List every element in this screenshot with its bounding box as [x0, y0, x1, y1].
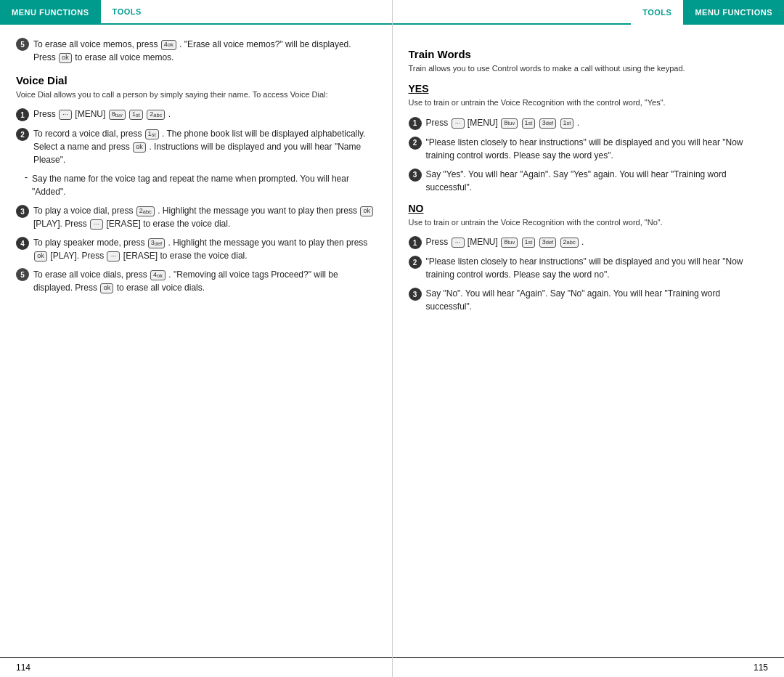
right-header: TOOLS MENU FUNCTIONS: [393, 0, 785, 25]
key-ok-5: ok: [100, 283, 113, 293]
no-item-num-1: 1: [409, 236, 422, 249]
voice-dial-description: Voice Dial allows you to call a person b…: [16, 89, 376, 100]
intro-item-5-text: To erase all voice memos, press 4ok . "E…: [33, 38, 376, 64]
train-words-heading: Train Words: [409, 48, 769, 60]
yes-description: Use to train or untrain the Voice Recogn…: [409, 97, 769, 108]
intro-item-5: 5 To erase all voice memos, press 4ok . …: [16, 38, 376, 64]
yes-item-3-text: Say "Yes". You will hear "Again". Say "Y…: [426, 168, 769, 194]
yes-item-num-1: 1: [409, 117, 422, 130]
item-num-1: 1: [16, 108, 29, 121]
no-heading: NO: [409, 203, 769, 214]
yes-key-8tuv: 8tuv: [501, 118, 518, 129]
yes-item-2-text: "Please listen closely to hear instructi…: [426, 136, 769, 162]
voice-dial-heading: Voice Dial: [16, 74, 376, 86]
key-ok-4: ok: [34, 251, 47, 262]
voice-dial-item-5: 5 To erase all voice dials, press 4ok . …: [16, 268, 376, 294]
voice-dial-item-1: 1 Press ··· [MENU] 8tuv 1st 2abc .: [16, 108, 376, 121]
yes-section: YES Use to train or untrain the Voice Re…: [409, 83, 769, 193]
key-3def: 3def: [148, 238, 165, 248]
no-key-3def: 3def: [539, 238, 556, 248]
dash-icon: -: [25, 172, 28, 182]
key-2abc: 2abc: [147, 110, 165, 120]
left-page: MENU FUNCTIONS TOOLS 5 To erase all voic…: [0, 0, 393, 677]
no-key-8tuv: 8tuv: [501, 238, 518, 248]
voice-dial-item-1-text: Press ··· [MENU] 8tuv 1st 2abc .: [33, 108, 171, 121]
page-container: MENU FUNCTIONS TOOLS 5 To erase all voic…: [0, 0, 784, 677]
right-page: TOOLS MENU FUNCTIONS Train Words Train a…: [393, 0, 785, 677]
left-footer: 114: [0, 657, 392, 677]
yes-item-1: 1 Press ··· [MENU] 8tuv 1st 3def 1st .: [409, 116, 769, 130]
key-8tuv: 8tuv: [109, 110, 126, 120]
right-header-menu-functions: MENU FUNCTIONS: [683, 0, 784, 25]
item-num-2: 2: [16, 128, 29, 141]
yes-item-num-2: 2: [409, 137, 422, 150]
voice-dial-section: Voice Dial Voice Dial allows you to call…: [16, 74, 376, 294]
no-key-menu: ···: [452, 238, 465, 248]
left-header-menu-functions: MENU FUNCTIONS: [0, 0, 101, 25]
item-num-5: 5: [16, 38, 29, 51]
no-item-num-2: 2: [409, 256, 422, 269]
voice-dial-item-5-text: To erase all voice dials, press 4ok . "R…: [33, 268, 376, 294]
no-item-1: 1 Press ··· [MENU] 8tuv 1st 3def 2abc .: [409, 235, 769, 249]
right-footer: 115: [393, 657, 785, 677]
item-num-3: 3: [16, 205, 29, 218]
item-num-5b: 5: [16, 268, 29, 281]
yes-item-num-3: 3: [409, 169, 422, 182]
no-item-3-text: Say "No". You will hear "Again". Say "No…: [426, 287, 769, 313]
left-header-tools: TOOLS: [101, 0, 392, 25]
key-4ok: 4ok: [161, 40, 176, 50]
key-4ok-5: 4ok: [150, 270, 166, 280]
no-item-3: 3 Say "No". You will hear "Again". Say "…: [409, 287, 769, 313]
yes-item-2: 2 "Please listen closely to hear instruc…: [409, 136, 769, 162]
yes-heading: YES: [409, 83, 769, 94]
no-section: NO Use to train or untrain the Voice Rec…: [409, 203, 769, 313]
yes-key-1st-b: 1st: [560, 118, 574, 129]
no-key-2abc: 2abc: [560, 238, 579, 248]
no-item-1-text: Press ··· [MENU] 8tuv 1st 3def 2abc .: [426, 235, 584, 248]
no-item-2-text: "Please listen closely to hear instructi…: [426, 255, 769, 281]
left-page-number: 114: [16, 662, 30, 673]
right-page-content: Train Words Train allows you to use Cont…: [393, 25, 785, 657]
train-words-description: Train allows you to use Control words to…: [409, 63, 769, 74]
voice-dial-item-2: 2 To record a voice dial, press 1st . Th…: [16, 127, 376, 166]
right-header-spacer: [393, 0, 632, 25]
yes-key-3def: 3def: [539, 118, 556, 129]
voice-dial-bullet-text: Say the name for the voice tag and repea…: [32, 172, 376, 198]
no-key-1st-a: 1st: [522, 238, 536, 248]
key-ok-2: ok: [133, 142, 146, 153]
voice-dial-item-3-text: To play a voice dial, press 2abc . Highl…: [33, 204, 376, 230]
yes-key-menu: ···: [452, 118, 465, 129]
key-1st-b: 1st: [145, 129, 159, 139]
key-2abc-3: 2abc: [136, 206, 155, 216]
key-menu-dot: ···: [59, 110, 72, 120]
no-item-num-3: 3: [409, 288, 422, 301]
right-page-number: 115: [754, 662, 768, 673]
voice-dial-item-3: 3 To play a voice dial, press 2abc . Hig…: [16, 204, 376, 230]
right-header-tools: TOOLS: [631, 0, 683, 25]
no-description: Use to train or untrain the Voice Recogn…: [409, 217, 769, 228]
voice-dial-bullet: - Say the name for the voice tag and rep…: [16, 172, 376, 198]
key-erase-4: ···: [107, 251, 120, 262]
voice-dial-item-2-text: To record a voice dial, press 1st . The …: [33, 127, 376, 166]
key-erase-3: ···: [90, 219, 103, 230]
left-header: MENU FUNCTIONS TOOLS: [0, 0, 392, 25]
left-page-content: 5 To erase all voice memos, press 4ok . …: [0, 25, 392, 657]
voice-dial-item-4: 4 To play speaker mode, press 3def . Hig…: [16, 236, 376, 262]
yes-key-1st-a: 1st: [522, 118, 536, 129]
key-ok-3: ok: [360, 206, 373, 216]
yes-item-3: 3 Say "Yes". You will hear "Again". Say …: [409, 168, 769, 194]
no-item-2: 2 "Please listen closely to hear instruc…: [409, 255, 769, 281]
item-num-4: 4: [16, 237, 29, 250]
yes-item-1-text: Press ··· [MENU] 8tuv 1st 3def 1st .: [426, 116, 580, 129]
key-ok: ok: [59, 53, 72, 63]
key-1st-a: 1st: [129, 110, 143, 120]
voice-dial-item-4-text: To play speaker mode, press 3def . Highl…: [33, 236, 376, 262]
